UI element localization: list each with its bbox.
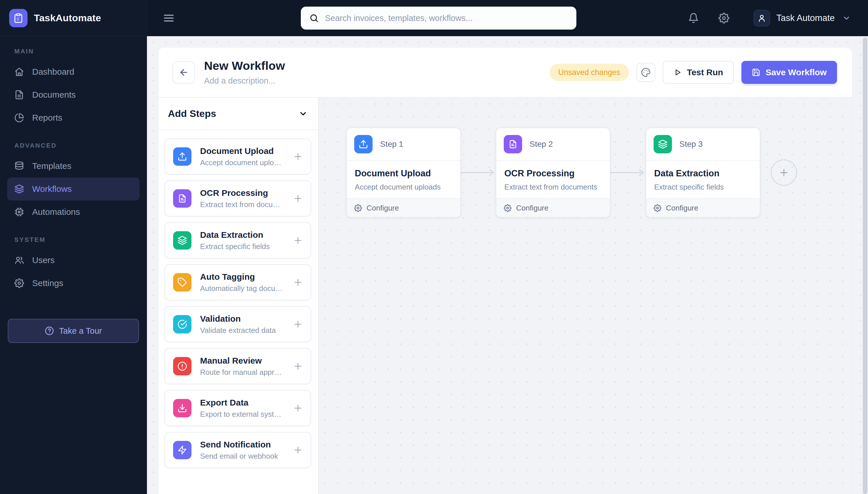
add-step-plus-button[interactable]	[293, 403, 303, 413]
account-chevron-down-icon[interactable]	[842, 14, 851, 22]
sidebar-item-templates[interactable]: Templates	[7, 154, 139, 177]
add-steps-title: Add Steps	[168, 108, 216, 119]
add-step-plus-button[interactable]	[293, 361, 303, 372]
add-step-plus-button[interactable]	[293, 445, 303, 455]
step-template-auto-tagging[interactable]: Auto TaggingAutomatically tag documents	[164, 264, 311, 300]
user-avatar[interactable]	[753, 10, 770, 26]
layers-icon	[14, 184, 24, 194]
workflow-panel: New Workflow Add a description... Unsave…	[158, 48, 852, 494]
step-template-subtitle: Extract specific fields	[200, 242, 284, 251]
step-template-manual-review[interactable]: Manual ReviewRoute for manual approval	[164, 348, 311, 384]
cpu-icon	[14, 207, 24, 217]
plus-icon	[778, 167, 789, 178]
node-subtitle: Accept document uploads	[355, 183, 440, 192]
gear-icon	[354, 204, 362, 212]
node-subtitle: Extract specific fields	[654, 183, 724, 192]
gear-icon	[718, 13, 729, 23]
file-icon	[14, 90, 24, 100]
take-a-tour-button[interactable]: Take a Tour	[8, 319, 139, 343]
take-a-tour-label: Take a Tour	[59, 326, 102, 336]
step-template-icon-tile	[173, 357, 192, 375]
node-divider	[496, 160, 610, 161]
test-run-button[interactable]: Test Run	[663, 61, 734, 84]
sidebar: TaskAutomate MAINDashboardDocumentsRepor…	[0, 0, 147, 494]
step-template-icon-tile	[173, 189, 192, 208]
main-area: New Workflow Add a description... Unsave…	[147, 36, 868, 494]
file-text-icon	[177, 194, 187, 203]
node-configure-button[interactable]: Configure	[646, 198, 760, 217]
database-icon	[14, 161, 24, 171]
add-step-plus-button[interactable]	[293, 235, 303, 246]
search-input[interactable]	[325, 14, 568, 23]
step-template-document-upload[interactable]: Document UploadAccept document uploads	[164, 138, 311, 175]
save-icon	[752, 68, 761, 77]
node-title: Data Extraction	[654, 168, 719, 179]
search-icon	[310, 14, 319, 23]
step-template-ocr-processing[interactable]: OCR ProcessingExtract text from document…	[164, 180, 311, 216]
sidebar-item-users[interactable]: Users	[7, 249, 139, 272]
sidebar-item-automations[interactable]: Automations	[7, 201, 139, 224]
topbar: Task Automate	[147, 0, 868, 36]
workflow-canvas: Step 1Document UploadAccept document upl…	[319, 98, 852, 494]
chevron-down-icon	[842, 14, 851, 22]
sidebar-item-documents[interactable]: Documents	[7, 83, 139, 106]
configure-label: Configure	[516, 204, 549, 212]
sidebar-item-label: Dashboard	[32, 67, 74, 77]
step-template-title: Manual Review	[200, 356, 284, 366]
step-template-data-extraction[interactable]: Data ExtractionExtract specific fields	[164, 222, 311, 259]
add-step-plus-button[interactable]	[293, 193, 303, 204]
step-template-export-data[interactable]: Export DataExport to external system	[164, 390, 311, 426]
back-button[interactable]	[173, 61, 195, 83]
workflow-node-step-1[interactable]: Step 1Document UploadAccept document upl…	[346, 128, 461, 218]
step-template-subtitle: Automatically tag documents	[200, 284, 284, 293]
step-template-send-notification[interactable]: Send NotificationSend email or webhook	[164, 432, 311, 468]
account-name: Task Automate	[776, 13, 835, 23]
description-placeholder[interactable]: Add a description...	[204, 76, 285, 86]
sidebar-item-dashboard[interactable]: Dashboard	[7, 60, 139, 83]
app-name: TaskAutomate	[34, 12, 101, 23]
sidebar-item-label: Settings	[32, 278, 63, 288]
sidebar-item-reports[interactable]: Reports	[7, 106, 139, 129]
node-divider	[646, 160, 760, 161]
notifications-bell-button[interactable]	[688, 13, 699, 23]
node-step-label: Step 3	[679, 139, 703, 149]
add-step-plus-button[interactable]	[293, 319, 303, 329]
sidebar-item-workflows[interactable]: Workflows	[7, 177, 139, 201]
plus-icon	[293, 193, 303, 204]
search-icon	[310, 14, 319, 23]
step-template-validation[interactable]: ValidationValidate extracted data	[164, 306, 311, 342]
add-step-plus-button[interactable]	[293, 277, 303, 287]
download-icon	[177, 403, 187, 413]
node-icon-tile	[654, 135, 672, 153]
sidebar-item-settings[interactable]: Settings	[7, 272, 139, 295]
step-template-icon-tile	[173, 399, 192, 417]
sidebar-section-label: SYSTEM	[14, 236, 132, 244]
sidebar-item-label: Documents	[32, 90, 76, 100]
layers-icon	[658, 139, 668, 149]
hamburger-menu-button[interactable]	[163, 12, 175, 24]
unsaved-changes-badge: Unsaved changes	[550, 64, 629, 81]
theme-palette-button[interactable]	[636, 63, 655, 82]
node-configure-button[interactable]: Configure	[496, 198, 610, 217]
node-icon-tile	[354, 135, 373, 153]
plus-icon	[293, 235, 303, 246]
save-workflow-button[interactable]: Save Workflow	[742, 61, 837, 84]
add-steps-header[interactable]: Add Steps	[158, 98, 318, 130]
sidebar-section-label: ADVANCED	[14, 142, 132, 149]
app-window: TaskAutomate MAINDashboardDocumentsRepor…	[0, 0, 868, 494]
add-node-button[interactable]	[771, 159, 797, 186]
node-configure-button[interactable]: Configure	[347, 198, 460, 217]
node-step-label: Step 2	[530, 139, 553, 149]
add-step-plus-button[interactable]	[293, 151, 303, 162]
workflow-node-step-2[interactable]: Step 2OCR ProcessingExtract text from do…	[496, 128, 611, 218]
step-template-title: OCR Processing	[200, 188, 284, 198]
check-circle-icon	[177, 319, 187, 329]
sidebar-nav: MAINDashboardDocumentsReportsADVANCEDTem…	[0, 36, 147, 295]
step-template-icon-tile	[173, 315, 192, 334]
configure-label: Configure	[666, 204, 698, 212]
workflow-node-step-3[interactable]: Step 3Data ExtractionExtract specific fi…	[646, 128, 761, 218]
vertical-scrollbar[interactable]	[863, 37, 867, 494]
user-icon	[757, 14, 766, 22]
settings-gear-button[interactable]	[718, 13, 729, 23]
step-template-title: Auto Tagging	[200, 272, 284, 282]
